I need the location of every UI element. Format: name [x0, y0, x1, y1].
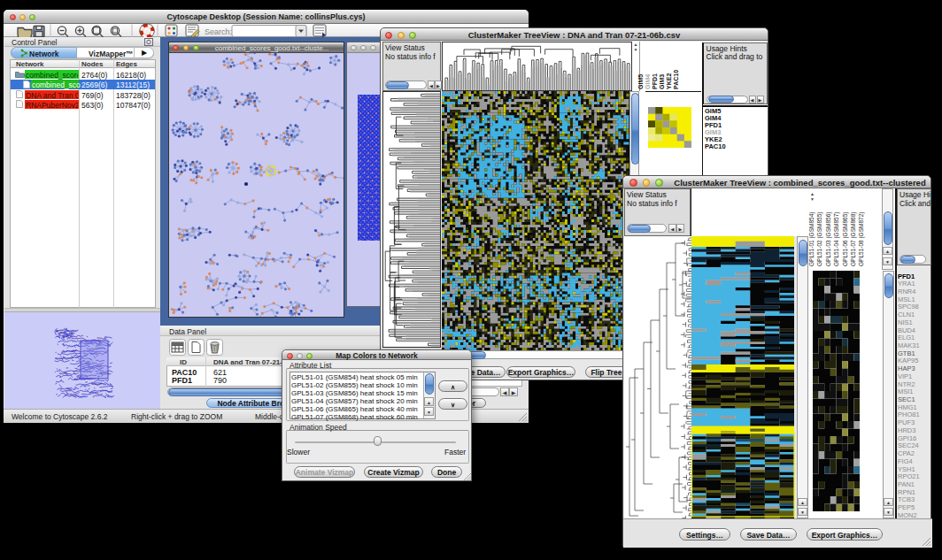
- svg-text:Search:: Search:: [205, 27, 232, 36]
